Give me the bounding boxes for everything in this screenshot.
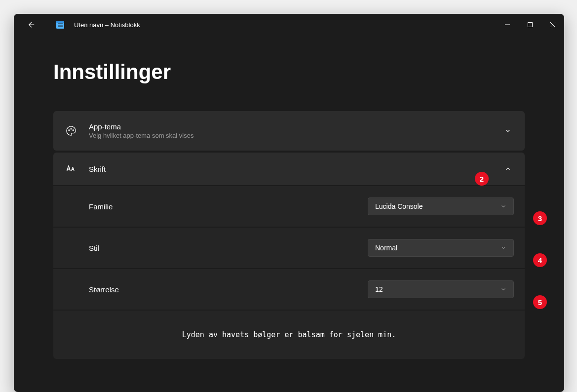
font-icon <box>64 163 78 174</box>
font-size-value: 12 <box>375 285 383 293</box>
font-preview-row: Lyden av havets bølger er balsam for sje… <box>53 311 525 359</box>
notepad-icon <box>55 20 65 30</box>
annotation-3: 3 <box>533 211 547 225</box>
app-window: Uten navn – Notisblokk Innstillinger <box>14 14 564 392</box>
minimize-icon <box>504 22 510 28</box>
chevron-up-icon <box>502 163 514 175</box>
back-button[interactable] <box>22 15 41 35</box>
svg-point-9 <box>69 130 70 131</box>
settings-content: Innstillinger App-tema Velg hvilket app-… <box>14 36 564 392</box>
font-size-row: Størrelse 12 <box>53 269 525 310</box>
chevron-down-icon <box>500 286 506 292</box>
annotation-2: 2 <box>475 172 489 186</box>
svg-point-10 <box>71 128 72 129</box>
app-theme-title: App-tema <box>89 122 193 131</box>
font-size-label: Størrelse <box>89 285 119 294</box>
font-family-dropdown[interactable]: Lucida Console <box>368 197 514 215</box>
window-title: Uten navn – Notisblokk <box>74 21 140 29</box>
close-button[interactable] <box>541 14 564 36</box>
title-bar: Uten navn – Notisblokk <box>14 14 564 36</box>
font-size-dropdown[interactable]: 12 <box>368 280 514 298</box>
font-style-label: Stil <box>89 244 99 252</box>
window-controls <box>496 14 564 36</box>
app-theme-subtitle: Velg hvilket app-tema som skal vises <box>89 132 193 139</box>
annotation-5: 5 <box>533 295 547 309</box>
font-style-value: Normal <box>375 244 397 252</box>
font-title: Skrift <box>89 165 106 173</box>
svg-rect-6 <box>528 23 533 27</box>
annotation-4: 4 <box>533 253 547 267</box>
font-card: Skrift Familie Lucida Console Stil <box>53 153 525 359</box>
arrow-left-icon <box>27 20 36 29</box>
font-style-dropdown[interactable]: Normal <box>368 239 514 257</box>
font-family-label: Familie <box>89 202 113 211</box>
page-title: Innstillinger <box>53 60 525 84</box>
chevron-down-icon <box>500 203 506 209</box>
chevron-down-icon <box>500 245 506 251</box>
font-header[interactable]: Skrift <box>53 153 525 185</box>
svg-rect-1 <box>56 21 64 23</box>
minimize-button[interactable] <box>496 14 519 36</box>
chevron-down-icon <box>502 125 514 137</box>
font-family-row: Familie Lucida Console <box>53 186 525 227</box>
font-family-value: Lucida Console <box>375 202 423 210</box>
font-preview-text: Lyden av havets bølger er balsam for sje… <box>182 330 396 339</box>
app-theme-card[interactable]: App-tema Velg hvilket app-tema som skal … <box>53 111 525 151</box>
palette-icon <box>64 125 78 136</box>
maximize-button[interactable] <box>519 14 541 36</box>
font-style-row: Stil Normal <box>53 228 525 268</box>
svg-point-11 <box>73 130 74 131</box>
maximize-icon <box>527 22 533 28</box>
close-icon <box>550 22 556 28</box>
